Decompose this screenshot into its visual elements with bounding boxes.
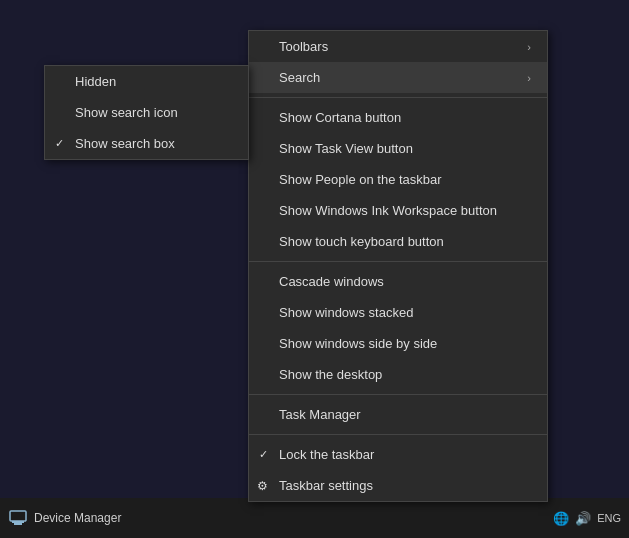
- menu-item-stacked[interactable]: Show windows stacked: [249, 297, 547, 328]
- menu-item-task_manager[interactable]: Task Manager: [249, 399, 547, 430]
- gear-icon: ⚙: [257, 479, 268, 493]
- taskbar: Device Manager 🌐 🔊 ENG: [0, 498, 629, 538]
- checkmark-icon: ✓: [55, 137, 64, 150]
- submenu-item-show_search_box[interactable]: ✓Show search box: [45, 128, 248, 159]
- menu-item-cortana[interactable]: Show Cortana button: [249, 102, 547, 133]
- main-context-menu: Toolbars›Search›Show Cortana buttonShow …: [248, 30, 548, 502]
- menu-item-people[interactable]: Show People on the taskbar: [249, 164, 547, 195]
- menu-item-side_by_side[interactable]: Show windows side by side: [249, 328, 547, 359]
- menu-item-label: Show Task View button: [279, 141, 413, 156]
- menu-item-label: Show People on the taskbar: [279, 172, 442, 187]
- taskbar-system-tray: 🌐 🔊 ENG: [553, 511, 621, 526]
- menu-item-ink_workspace[interactable]: Show Windows Ink Workspace button: [249, 195, 547, 226]
- menu-separator: [249, 434, 547, 435]
- network-icon[interactable]: 🌐: [553, 511, 569, 526]
- submenu-item-label: Show search box: [75, 136, 175, 151]
- menu-separator: [249, 261, 547, 262]
- menu-item-label: Show Windows Ink Workspace button: [279, 203, 497, 218]
- menu-separator: [249, 97, 547, 98]
- device-manager-icon: [8, 508, 28, 528]
- svg-rect-2: [12, 521, 24, 523]
- menu-separator: [249, 394, 547, 395]
- submenu-item-label: Hidden: [75, 74, 116, 89]
- svg-rect-0: [10, 511, 26, 521]
- menu-item-label: Cascade windows: [279, 274, 384, 289]
- submenu-arrow-icon: ›: [527, 41, 531, 53]
- menu-item-cascade[interactable]: Cascade windows: [249, 266, 547, 297]
- taskbar-app[interactable]: Device Manager: [8, 508, 121, 528]
- menu-item-label: Task Manager: [279, 407, 361, 422]
- menu-item-label: Toolbars: [279, 39, 328, 54]
- volume-icon[interactable]: 🔊: [575, 511, 591, 526]
- menu-item-label: Show touch keyboard button: [279, 234, 444, 249]
- submenu-arrow-icon: ›: [527, 72, 531, 84]
- menu-item-toolbars[interactable]: Toolbars›: [249, 31, 547, 62]
- search-submenu: HiddenShow search icon✓Show search box: [44, 65, 249, 160]
- menu-item-touch_keyboard[interactable]: Show touch keyboard button: [249, 226, 547, 257]
- submenu-item-label: Show search icon: [75, 105, 178, 120]
- menu-item-label: Show the desktop: [279, 367, 382, 382]
- submenu-item-show_search_icon[interactable]: Show search icon: [45, 97, 248, 128]
- submenu-item-hidden[interactable]: Hidden: [45, 66, 248, 97]
- menu-item-lock_taskbar[interactable]: ✓Lock the taskbar: [249, 439, 547, 470]
- menu-item-task_view[interactable]: Show Task View button: [249, 133, 547, 164]
- checkmark-icon: ✓: [259, 448, 268, 461]
- menu-item-desktop[interactable]: Show the desktop: [249, 359, 547, 390]
- menu-item-label: Show Cortana button: [279, 110, 401, 125]
- menu-item-taskbar_settings[interactable]: ⚙Taskbar settings: [249, 470, 547, 501]
- menu-item-label: Show windows stacked: [279, 305, 413, 320]
- menu-item-label: Show windows side by side: [279, 336, 437, 351]
- language-indicator[interactable]: ENG: [597, 512, 621, 524]
- menu-item-label: Search: [279, 70, 320, 85]
- taskbar-app-label: Device Manager: [34, 511, 121, 525]
- svg-rect-1: [14, 523, 22, 525]
- menu-item-search[interactable]: Search›: [249, 62, 547, 93]
- menu-item-label: Taskbar settings: [279, 478, 373, 493]
- menu-item-label: Lock the taskbar: [279, 447, 374, 462]
